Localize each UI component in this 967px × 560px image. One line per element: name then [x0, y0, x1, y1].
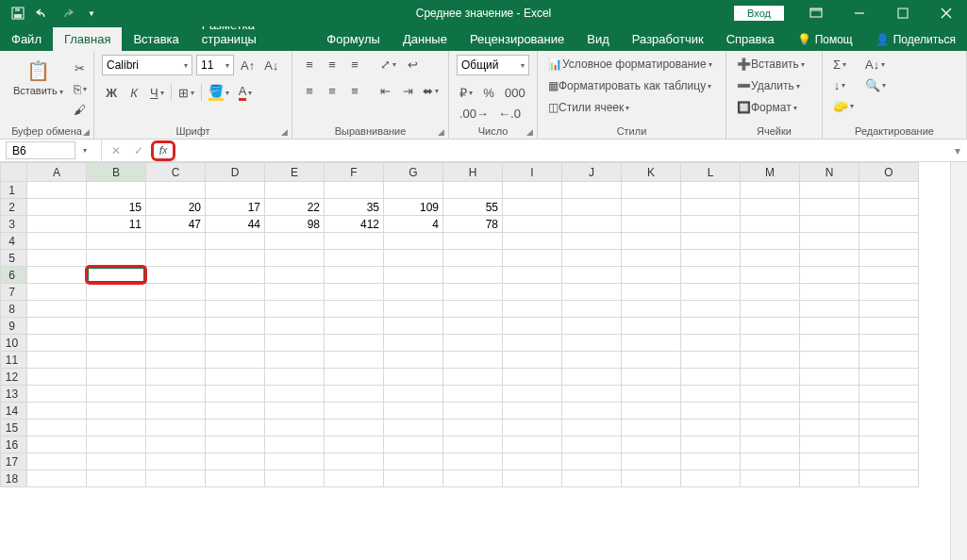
- cell[interactable]: 4: [384, 216, 443, 233]
- cell[interactable]: [325, 284, 384, 301]
- cell[interactable]: [562, 250, 622, 267]
- cell[interactable]: [146, 403, 206, 420]
- cell[interactable]: [681, 352, 741, 369]
- cell[interactable]: [622, 233, 681, 250]
- cell[interactable]: [800, 453, 859, 470]
- row-header[interactable]: 2: [1, 199, 27, 216]
- cell[interactable]: [503, 420, 562, 436]
- cell[interactable]: [146, 284, 206, 301]
- comma-icon[interactable]: 000: [502, 83, 528, 102]
- clear-icon[interactable]: 🧽▾: [830, 96, 857, 115]
- align-top-icon[interactable]: ≡: [300, 55, 319, 74]
- cell[interactable]: [503, 318, 562, 335]
- cell[interactable]: [622, 182, 681, 199]
- cell[interactable]: [800, 233, 859, 250]
- cell[interactable]: 20: [146, 199, 206, 216]
- cell[interactable]: [503, 335, 562, 352]
- cell[interactable]: [622, 335, 681, 352]
- cell[interactable]: [562, 335, 622, 352]
- row-header[interactable]: 6: [1, 267, 27, 284]
- row-header[interactable]: 5: [1, 250, 27, 267]
- cell[interactable]: [87, 352, 146, 369]
- cell[interactable]: [681, 216, 741, 233]
- cell[interactable]: [562, 216, 622, 233]
- borders-icon[interactable]: ⊞▾: [175, 83, 197, 102]
- cell[interactable]: [503, 352, 562, 369]
- cell[interactable]: [562, 182, 622, 199]
- row-header[interactable]: 16: [1, 436, 27, 453]
- qat-dropdown-icon[interactable]: ▼: [81, 3, 102, 24]
- cell[interactable]: [443, 284, 503, 301]
- cell[interactable]: [741, 436, 800, 453]
- share-button[interactable]: 👤Поделиться: [864, 28, 967, 51]
- cell[interactable]: [800, 250, 859, 267]
- underline-button[interactable]: Ч▾: [147, 83, 167, 102]
- cut-icon[interactable]: ✂: [71, 58, 90, 77]
- cell[interactable]: [87, 369, 146, 386]
- row-header[interactable]: 10: [1, 335, 27, 352]
- row-header[interactable]: 1: [1, 182, 27, 199]
- cell[interactable]: [206, 301, 265, 318]
- cell[interactable]: [562, 352, 622, 369]
- cell[interactable]: [443, 403, 503, 420]
- row-header[interactable]: 7: [1, 284, 27, 301]
- cell[interactable]: [206, 436, 265, 453]
- cell[interactable]: [562, 420, 622, 436]
- cell[interactable]: [87, 386, 146, 403]
- find-select-icon[interactable]: 🔍▾: [862, 75, 889, 94]
- column-header[interactable]: E: [265, 163, 325, 182]
- cell[interactable]: [443, 182, 503, 199]
- cell[interactable]: [265, 250, 325, 267]
- column-header[interactable]: D: [206, 163, 265, 182]
- cell[interactable]: [146, 250, 206, 267]
- format-as-table-button[interactable]: ▦ Форматировать как таблицу▾: [545, 76, 718, 95]
- sort-filter-icon[interactable]: A↓▾: [862, 55, 888, 74]
- cell[interactable]: [87, 284, 146, 301]
- conditional-formatting-button[interactable]: 📊 Условное форматирование▾: [545, 55, 718, 74]
- cell[interactable]: [265, 233, 325, 250]
- cell[interactable]: 47: [146, 216, 206, 233]
- cancel-formula-icon[interactable]: ✕: [106, 141, 126, 160]
- cell[interactable]: 22: [265, 199, 325, 216]
- cell[interactable]: [800, 403, 859, 420]
- cell[interactable]: [265, 453, 325, 470]
- cell[interactable]: [741, 267, 800, 284]
- cell[interactable]: [87, 436, 146, 453]
- cell[interactable]: [206, 420, 265, 436]
- cell[interactable]: [384, 250, 443, 267]
- cell[interactable]: [146, 301, 206, 318]
- cell[interactable]: [562, 386, 622, 403]
- merge-icon[interactable]: ⬌▾: [422, 81, 441, 100]
- cell[interactable]: [741, 335, 800, 352]
- format-cells-button[interactable]: 🔲 Формат▾: [734, 98, 814, 117]
- cell[interactable]: [503, 216, 562, 233]
- font-launcher-icon[interactable]: ◢: [281, 127, 288, 137]
- cell[interactable]: [27, 216, 87, 233]
- row-header[interactable]: 14: [1, 403, 27, 420]
- cell[interactable]: [265, 301, 325, 318]
- cell[interactable]: [384, 335, 443, 352]
- cell[interactable]: [562, 318, 622, 335]
- cell[interactable]: [859, 216, 919, 233]
- cell[interactable]: [384, 182, 443, 199]
- cell-styles-button[interactable]: ◫ Стили ячеек▾: [545, 98, 718, 117]
- cell[interactable]: [206, 403, 265, 420]
- cell[interactable]: [87, 233, 146, 250]
- column-header[interactable]: I: [503, 163, 562, 182]
- cell[interactable]: [741, 470, 800, 487]
- fill-color-icon[interactable]: 🪣▾: [206, 83, 232, 102]
- cell[interactable]: [562, 470, 622, 487]
- insert-function-button[interactable]: fx: [151, 140, 175, 161]
- cell[interactable]: [622, 470, 681, 487]
- cell[interactable]: [800, 199, 859, 216]
- cell[interactable]: [741, 453, 800, 470]
- tell-me-button[interactable]: 💡Помощ: [786, 28, 864, 51]
- cell[interactable]: [265, 335, 325, 352]
- cell[interactable]: [206, 250, 265, 267]
- row-header[interactable]: 9: [1, 318, 27, 335]
- cell[interactable]: [146, 267, 206, 284]
- cell[interactable]: [27, 369, 87, 386]
- cell[interactable]: [87, 335, 146, 352]
- delete-cells-button[interactable]: ➖ Удалить▾: [734, 76, 814, 95]
- save-icon[interactable]: [8, 3, 28, 24]
